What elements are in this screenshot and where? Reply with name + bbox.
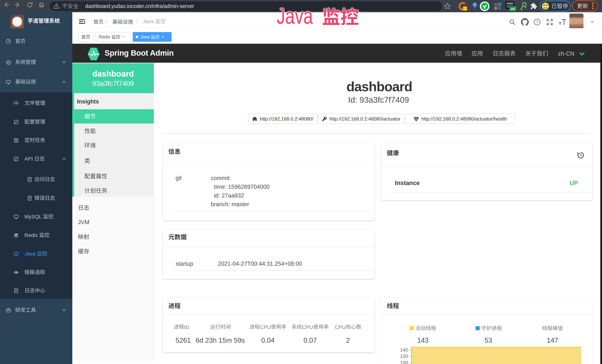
svg-text:1: 1 <box>464 7 466 11</box>
svg-text:on: on <box>511 7 515 11</box>
svg-text:?: ? <box>536 20 538 24</box>
